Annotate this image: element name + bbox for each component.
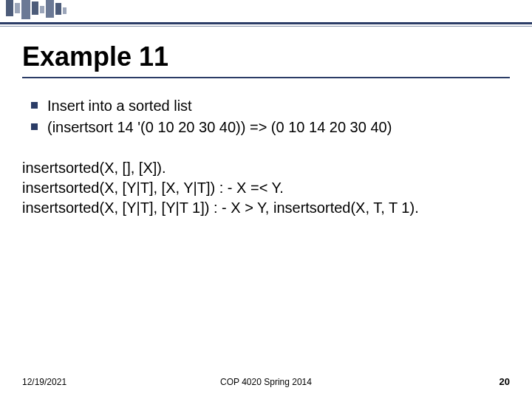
code-line: insertsorted(X, [], [X]). — [22, 158, 510, 178]
bullet-item: Insert into a sorted list — [22, 96, 510, 116]
slide-content: Insert into a sorted list (insertsort 14… — [22, 96, 510, 218]
code-line: insertsorted(X, [Y|T], [Y|T 1]) : - X > … — [22, 198, 510, 218]
decorative-top-line-thin — [0, 26, 532, 27]
code-block: insertsorted(X, [], [X]). insertsorted(X… — [22, 158, 510, 218]
footer-page-number: 20 — [499, 376, 510, 387]
decorative-squares — [6, 0, 66, 19]
square-bullet-icon — [31, 123, 38, 130]
footer-date: 12/19/2021 — [22, 377, 66, 387]
slide-top-decoration — [0, 0, 532, 30]
bullet-item: (insertsort 14 '(0 10 20 30 40)) => (0 1… — [22, 117, 510, 137]
footer-course: COP 4020 Spring 2014 — [220, 377, 312, 387]
title-underline — [22, 77, 510, 78]
bullet-text: Insert into a sorted list — [47, 98, 192, 114]
slide-title: Example 11 — [22, 41, 168, 72]
square-bullet-icon — [31, 102, 38, 109]
bullet-text: (insertsort 14 '(0 10 20 30 40)) => (0 1… — [47, 119, 392, 135]
bullet-list: Insert into a sorted list (insertsort 14… — [22, 96, 510, 137]
decorative-top-line — [0, 22, 532, 24]
code-line: insertsorted(X, [Y|T], [X, Y|T]) : - X =… — [22, 178, 510, 198]
